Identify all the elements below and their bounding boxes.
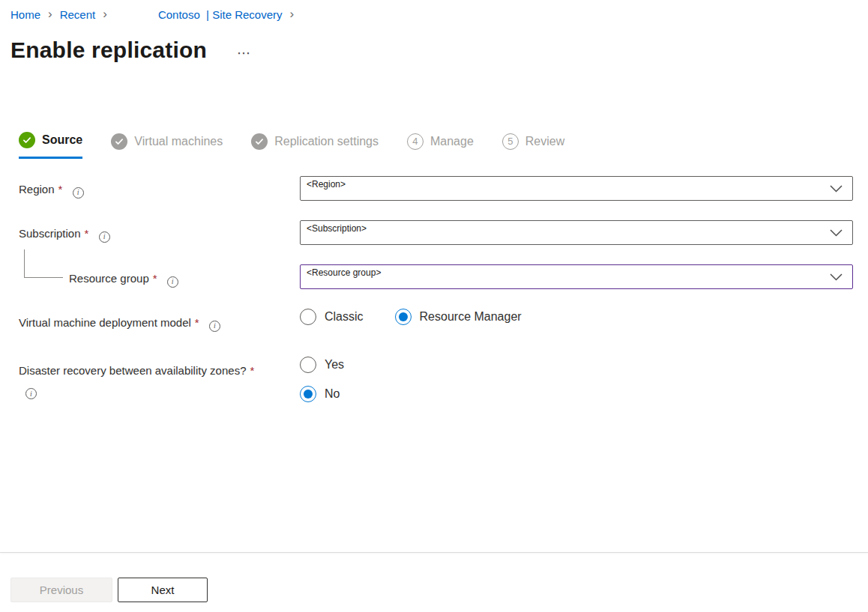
dr-zones-label-text: Disaster recovery between availability z… [19,364,246,377]
radio-circle-selected [395,309,412,325]
region-label-text: Region [19,183,55,196]
radio-classic[interactable]: Classic [300,309,364,325]
tab-source[interactable]: Source [19,132,82,159]
info-icon[interactable]: i [99,231,110,243]
radio-label: Yes [325,358,344,372]
tab-review[interactable]: 5 Review [502,132,564,159]
region-label: Region* i [19,182,84,197]
tab-label: Virtual machines [134,135,223,148]
resource-group-dropdown-value: <Resource group> [307,267,381,278]
radio-no[interactable]: No [300,386,340,402]
subscription-label-text: Subscription [19,227,81,240]
tab-label: Manage [430,135,474,148]
required-asterisk: * [153,272,157,285]
info-icon[interactable]: i [167,276,178,288]
resource-group-label-text: Resource group [69,272,149,285]
deployment-model-options: Classic Resource Manager [300,309,522,325]
info-icon[interactable]: i [73,187,84,199]
tab-label: Source [42,133,82,147]
nesting-connector-line [24,249,63,278]
radio-yes[interactable]: Yes [300,357,344,373]
breadcrumb-recent[interactable]: Recent [60,8,96,21]
ellipsis-menu-icon[interactable] [237,45,252,61]
dr-zones-option-no: No [300,386,340,402]
step-number-icon: 5 [502,133,519,150]
breadcrumb-home[interactable]: Home [10,8,40,21]
required-asterisk: * [58,183,63,196]
radio-label: Resource Manager [420,310,522,324]
subscription-label: Subscription* i [19,226,110,241]
chevron-right-icon: › [290,7,295,20]
breadcrumb-site-recovery[interactable]: Contoso | Site Recovery [158,8,283,21]
enable-replication-page: Home › Recent › Contoso | Site Recovery … [0,0,868,612]
subscription-dropdown[interactable]: <Subscription> [300,220,853,245]
chevron-down-icon [830,185,843,193]
dr-zones-option-yes: Yes [300,357,344,373]
check-icon [19,132,35,148]
tab-label: Replication settings [274,135,379,148]
subscription-dropdown-value: <Subscription> [307,223,367,234]
chevron-right-icon: › [48,7,52,20]
deployment-model-label-text: Virtual machine deployment model [19,316,191,329]
required-asterisk: * [85,227,89,240]
dr-zones-label: Disaster recovery between availability z… [19,360,271,401]
title-row: Enable replication [10,37,252,63]
page-title: Enable replication [10,37,207,63]
chevron-down-icon [830,273,843,281]
deployment-model-label: Virtual machine deployment model* i [19,315,220,330]
region-dropdown[interactable]: <Region> [300,176,853,201]
radio-circle [300,357,316,373]
radio-circle-selected [300,386,316,402]
required-asterisk: * [250,364,254,377]
check-icon [111,133,127,150]
footer-divider [0,552,868,553]
info-icon[interactable]: i [209,321,220,332]
tab-replication-settings[interactable]: Replication settings [251,132,379,159]
info-icon[interactable]: i [25,388,37,399]
step-number-icon: 4 [407,133,424,150]
radio-circle [300,309,316,325]
chevron-down-icon [830,229,843,237]
check-icon [251,133,268,150]
tab-label: Review [525,135,564,148]
required-asterisk: * [195,316,199,329]
tab-virtual-machines[interactable]: Virtual machines [111,132,223,159]
resource-group-label: Resource group* i [69,271,178,286]
radio-resource-manager[interactable]: Resource Manager [395,309,522,325]
wizard-tabs: Source Virtual machines Replication sett… [19,132,564,159]
previous-button[interactable]: Previous [10,578,112,602]
next-button[interactable]: Next [118,578,208,602]
region-dropdown-value: <Region> [307,179,346,190]
radio-label: Classic [325,310,364,324]
radio-label: No [325,387,340,401]
tab-manage[interactable]: 4 Manage [407,132,474,159]
chevron-right-icon: › [103,7,107,20]
breadcrumb: Home › Recent › Contoso | Site Recovery … [10,8,301,21]
resource-group-dropdown[interactable]: <Resource group> [300,264,853,289]
